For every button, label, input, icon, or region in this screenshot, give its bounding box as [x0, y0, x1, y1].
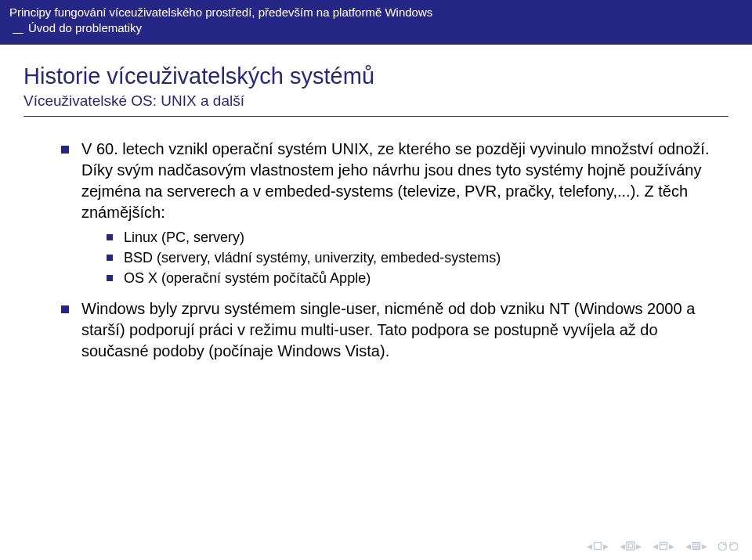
sublist: Linux (PC, servery) BSD (servery, vládní…	[107, 228, 718, 288]
nav-prev-icon[interactable]: ◂	[653, 540, 658, 552]
header-bar: Principy fungování víceuživatelského pro…	[0, 0, 752, 45]
nav-frame-group[interactable]: ◂ ▸	[587, 540, 609, 552]
beamer-nav: ◂ ▸ ◂ ▸ ◂ ▸ ◂ ▸	[587, 540, 738, 552]
breadcrumb-section: Úvod do problematiky	[28, 20, 142, 36]
back-icon[interactable]	[718, 541, 728, 551]
sublist-item: Linux (PC, servery)	[107, 228, 718, 247]
svg-rect-1	[627, 542, 634, 550]
list-item: Windows byly zprvu systémem single-user,…	[61, 298, 718, 362]
nav-next-icon[interactable]: ▸	[636, 540, 642, 552]
nav-next-icon[interactable]: ▸	[669, 540, 674, 552]
breadcrumb-connector-icon	[13, 33, 24, 34]
frame-icon[interactable]	[593, 541, 602, 551]
subsection-icon[interactable]	[626, 541, 635, 551]
breadcrumb: Úvod do problematiky	[9, 22, 743, 38]
list-item-text: V 60. letech vznikl operační systém UNIX…	[81, 140, 709, 221]
svg-rect-2	[629, 544, 633, 548]
sublist-item: OS X (operační systém počítačů Apple)	[107, 269, 718, 287]
frame-title-block: Historie víceuživatelských systémů Víceu…	[0, 45, 752, 116]
doc-icon[interactable]	[692, 541, 701, 551]
forward-icon[interactable]	[728, 541, 738, 551]
nav-next-icon[interactable]: ▸	[702, 540, 707, 552]
slide-content: V 60. letech vznikl operační systém UNIX…	[0, 117, 752, 363]
nav-next-icon[interactable]: ▸	[603, 540, 609, 552]
nav-prev-icon[interactable]: ◂	[620, 540, 625, 552]
nav-section-group[interactable]: ◂ ▸	[653, 540, 674, 552]
nav-prev-icon[interactable]: ◂	[685, 540, 691, 552]
frame-title: Historie víceuživatelských systémů	[24, 63, 728, 89]
svg-rect-0	[595, 543, 602, 550]
nav-prev-icon[interactable]: ◂	[587, 540, 592, 552]
svg-rect-3	[660, 543, 667, 550]
sublist-item: BSD (servery, vládní systémy, univerzity…	[107, 248, 718, 267]
frame-subtitle: Víceuživatelské OS: UNIX a další	[24, 92, 728, 110]
nav-back-forward-group[interactable]	[718, 541, 738, 551]
list-item-text: Windows byly zprvu systémem single-user,…	[81, 300, 695, 359]
section-icon[interactable]	[659, 541, 668, 551]
list-item: V 60. letech vznikl operační systém UNIX…	[61, 139, 718, 288]
nav-subsection-group[interactable]: ◂ ▸	[620, 540, 642, 552]
nav-doc-group[interactable]: ◂ ▸	[685, 540, 707, 552]
presentation-title: Principy fungování víceuživatelského pro…	[9, 5, 743, 20]
